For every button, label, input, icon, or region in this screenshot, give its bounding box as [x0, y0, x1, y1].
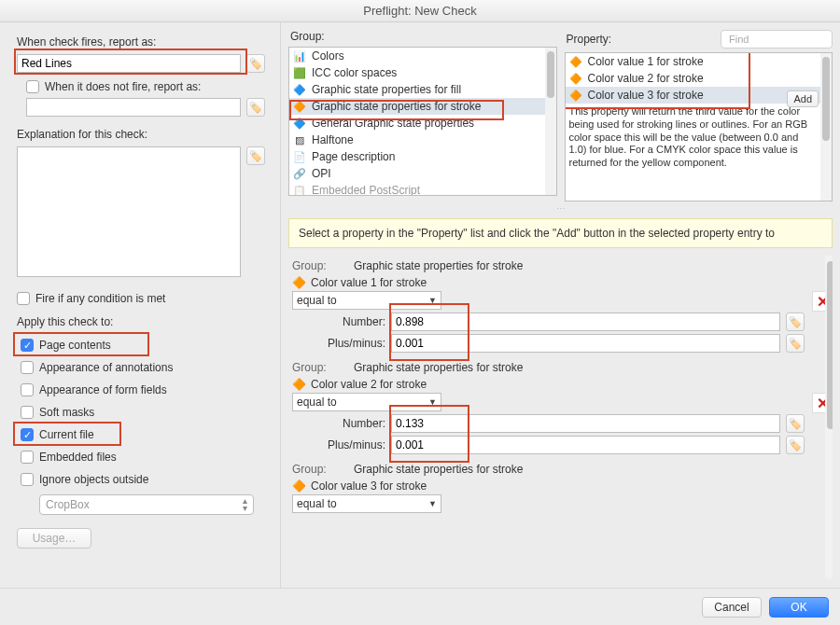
cancel-button[interactable]: Cancel — [702, 597, 762, 618]
group-listbox[interactable]: 📊Colors 🟩ICC color spaces 🔷Graphic state… — [288, 47, 557, 196]
apply-currentfile-checkbox[interactable]: ✓ — [21, 428, 34, 441]
operator-select[interactable]: equal to▼ — [292, 494, 441, 513]
ps-icon: 📋 — [293, 184, 306, 195]
apply-softmasks-checkbox[interactable] — [21, 406, 34, 419]
not-fire-label: When it does not fire, report as: — [45, 80, 201, 93]
apply-option-label: Ignore objects outside — [39, 473, 148, 486]
colors-icon: 📊 — [293, 49, 306, 62]
report-as-input[interactable] — [17, 54, 241, 73]
apply-formfields-checkbox[interactable] — [21, 383, 34, 396]
usage-button[interactable]: Usage… — [17, 528, 91, 549]
page-icon: 📄 — [293, 150, 306, 163]
group-item-selected: 🔶Graphic state properties for stroke — [289, 98, 545, 115]
apply-option-label: Current file — [39, 428, 94, 441]
opi-icon: 🔗 — [293, 167, 306, 180]
halftone-icon: ▨ — [293, 133, 306, 146]
apply-option-label: Page contents — [39, 339, 111, 352]
group-item: 🔷Graphic state properties for fill — [289, 81, 545, 98]
group-item: 📊Colors — [289, 48, 545, 64]
apply-option-label: Appearance of annotations — [39, 361, 173, 374]
prop-icon: 🔶 — [292, 479, 305, 493]
var-button[interactable]: 🏷️ — [786, 414, 805, 433]
not-fire-variable-button[interactable]: 🏷️ — [246, 98, 265, 117]
group-item: 📄Page description — [289, 148, 545, 165]
property-item-selected: 🔶Color value 3 for stroke — [566, 87, 821, 104]
fill-icon: 🔷 — [293, 83, 306, 96]
cropbox-select[interactable]: CropBox ▴▾ — [39, 494, 254, 515]
property-listbox[interactable]: 🔶Color value 1 for stroke 🔶Color value 2… — [565, 52, 833, 201]
not-fire-input[interactable] — [26, 98, 241, 117]
apply-option-label: Soft masks — [39, 406, 94, 419]
explanation-label: Explanation for this check: — [17, 128, 269, 141]
plusminus-input[interactable] — [391, 334, 780, 353]
plusminus-input[interactable] — [391, 436, 780, 454]
condition-block: Group:Graphic state properties for strok… — [288, 361, 833, 457]
operator-select[interactable]: equal to▼ — [292, 393, 441, 411]
apply-option-label: Embedded files — [39, 451, 117, 464]
apply-option-label: Appearance of form fields — [39, 383, 167, 396]
condition-block: Group:Graphic state properties for strok… — [288, 259, 833, 355]
group-item: 📋Embedded PostScript — [289, 182, 545, 195]
explanation-textarea[interactable] — [17, 146, 241, 277]
find-input[interactable]: Find — [721, 30, 833, 49]
var-button[interactable]: 🏷️ — [786, 436, 805, 454]
not-fire-checkbox[interactable] — [26, 80, 39, 93]
prop-icon: 🔶 — [292, 378, 305, 391]
var-button[interactable]: 🏷️ — [786, 334, 805, 353]
var-button[interactable]: 🏷️ — [786, 312, 805, 331]
group-label: Group: — [288, 30, 557, 43]
property-item: 🔶Color value 1 for stroke — [566, 53, 821, 70]
generic-icon: 🔷 — [293, 117, 306, 130]
panel-splitter[interactable]: ⋯ — [281, 201, 840, 215]
prop-icon: 🔶 — [292, 276, 305, 289]
prop-icon: 🔶 — [569, 55, 582, 68]
operator-select[interactable]: equal to▼ — [292, 291, 441, 310]
apply-annotations-checkbox[interactable] — [21, 361, 34, 374]
window-title: Preflight: New Check — [0, 0, 840, 22]
apply-page-contents-checkbox[interactable]: ✓ — [21, 339, 34, 352]
fire-any-checkbox[interactable] — [17, 292, 30, 305]
property-label: Property: — [567, 33, 612, 46]
group-item: 🔗OPI — [289, 165, 545, 182]
prop-icon: 🔶 — [569, 72, 582, 85]
apply-label: Apply this check to: — [17, 315, 269, 328]
add-property-button[interactable]: Add — [787, 90, 819, 107]
group-item: 🔷General Graphic state properties — [289, 115, 545, 132]
hint-banner: Select a property in the "Property" list… — [288, 218, 833, 248]
fire-any-label: Fire if any condition is met — [35, 292, 165, 305]
group-item: 🟩ICC color spaces — [289, 64, 545, 81]
apply-embedded-checkbox[interactable] — [21, 451, 34, 464]
group-item: ▨Halftone — [289, 132, 545, 148]
report-as-variable-button[interactable]: 🏷️ — [246, 54, 265, 73]
icc-icon: 🟩 — [293, 66, 306, 79]
prop-icon: 🔶 — [569, 89, 582, 102]
stroke-icon: 🔶 — [293, 100, 306, 113]
condition-block: Group:Graphic state properties for strok… — [288, 463, 833, 513]
group-scrollbar[interactable] — [545, 48, 556, 195]
ok-button[interactable]: OK — [769, 597, 829, 618]
conditions-scrollbar[interactable] — [825, 256, 833, 578]
explanation-variable-button[interactable]: 🏷️ — [246, 146, 265, 165]
number-input[interactable] — [391, 312, 780, 331]
property-scrollbar[interactable] — [820, 53, 832, 201]
apply-ignoreoutside-checkbox[interactable] — [21, 473, 34, 486]
number-input[interactable] — [391, 414, 780, 433]
property-description: This property will return the third valu… — [566, 104, 821, 170]
report-as-label: When check fires, report as: — [17, 35, 269, 49]
property-item: 🔶Color value 2 for stroke — [566, 70, 821, 87]
